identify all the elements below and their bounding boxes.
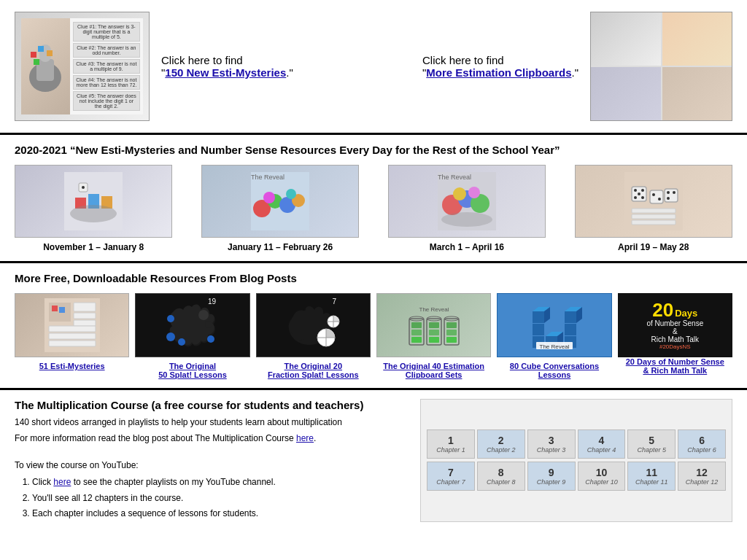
svg-text:The Reveal: The Reveal [419, 306, 449, 313]
clipboard-image [590, 12, 732, 121]
svg-rect-95 [565, 324, 576, 335]
mult-text-block: The Multiplication Course (a free course… [15, 399, 409, 522]
svg-rect-92 [533, 324, 544, 335]
mult-thumb-3: 3 Chapter 3 [527, 429, 576, 459]
svg-point-20 [286, 189, 296, 199]
rich-math-label: Rich Math Talk [651, 335, 699, 343]
twenty-days-number: 20 [652, 300, 673, 319]
resource-link-3[interactable]: The Original 20Fraction Splat! Lessons [268, 362, 359, 379]
svg-rect-86 [446, 322, 457, 328]
svg-point-43 [667, 197, 670, 200]
resource-image-6: 20 Days of Number Sense & Rich Math Talk… [618, 293, 732, 357]
days-label: Days [675, 308, 697, 319]
svg-rect-78 [411, 337, 422, 343]
playlist-item-4: April 19 – May 28 [575, 165, 732, 252]
svg-point-27 [468, 187, 480, 198]
clue-2: Clue #2: The answer is an odd number. [73, 43, 140, 58]
svg-point-38 [652, 193, 655, 196]
mult-image-block: 1 Chapter 1 2 Chapter 2 3 Chapter 3 4 Ch… [420, 399, 732, 522]
svg-rect-53 [49, 333, 96, 339]
svg-point-11 [70, 205, 117, 222]
svg-point-41 [667, 191, 670, 194]
svg-text:7: 7 [333, 298, 337, 306]
svg-rect-46 [632, 220, 676, 225]
playlist-label-2: January 11 – February 26 [228, 242, 333, 252]
mult-thumb-10: 10 Chapter 10 [578, 462, 626, 491]
resource-item-5: The Reveal 80 Cube ConversationsLessons [497, 293, 611, 379]
esti-mystery-image: Clue #1: The answer is 3-digit number th… [15, 12, 150, 121]
svg-rect-3 [31, 52, 36, 58]
playlist-item-2: The Reveal January 11 – February 26 [201, 165, 359, 252]
section-multiplication: The Multiplication Course (a free course… [0, 390, 747, 531]
esti-mysteries-link[interactable]: 150 New Esti-Mysteries [165, 66, 286, 79]
resource-link-1[interactable]: 51 Esti-Mysteries [39, 362, 105, 370]
clue-image-left [21, 18, 70, 114]
mult-thumb-9: 9 Chapter 9 [527, 462, 576, 491]
amp-label: & [673, 327, 678, 335]
playlist-image-2: The Reveal [201, 165, 359, 238]
resource-image-5: The Reveal [497, 293, 611, 357]
svg-point-62 [166, 332, 175, 341]
top-banner: Clue #1: The answer is 3-digit number th… [0, 0, 747, 135]
svg-point-32 [634, 189, 637, 192]
playlist-label-1: November 1 – January 8 [43, 242, 144, 252]
mult-thumb-5: 5 Chapter 5 [627, 429, 676, 459]
mult-thumb-6: 6 Chapter 6 [678, 429, 726, 459]
svg-rect-52 [49, 326, 96, 332]
svg-rect-76 [411, 322, 422, 328]
mult-step-2: You'll see all 12 chapters in the course… [32, 491, 409, 507]
section-resources-heading: More Free, Downloadable Resources From B… [15, 272, 732, 284]
resources-row: 51 Esti-Mysteries 19 [15, 293, 732, 379]
svg-point-33 [641, 189, 644, 192]
svg-rect-44 [632, 209, 676, 213]
playlist-item-1: November 1 – January 8 [15, 165, 172, 252]
svg-rect-91 [533, 311, 544, 323]
right-click-label: Click here to find "More Estimation Clip… [422, 54, 578, 79]
mult-thumb-8: 8 Chapter 8 [477, 462, 525, 491]
svg-point-13 [82, 186, 85, 189]
resource-link-6[interactable]: 20 Days of Number Sense& Rich Math Talk [626, 357, 724, 375]
clipboard-img-1 [591, 12, 661, 66]
resource-link-2[interactable]: The Original50 Splat! Lessons [158, 362, 227, 379]
top-left-text: Click here to find "150 New Esti-Mysteri… [161, 54, 293, 79]
svg-point-26 [453, 187, 466, 201]
mult-step1-link[interactable]: here [53, 477, 71, 487]
top-right-block: Click here to find "More Estimation Clip… [422, 12, 732, 121]
estimation-clipboards-link[interactable]: More Estimation Clipboards [426, 66, 571, 79]
mult-here-link[interactable]: here [296, 433, 314, 443]
playlist-image-1 [15, 165, 172, 238]
svg-rect-5 [47, 50, 53, 56]
svg-rect-45 [632, 214, 676, 219]
mult-thumb-11: 11 Chapter 11 [627, 462, 676, 491]
top-left-block: Clue #1: The answer is 3-digit number th… [15, 12, 293, 121]
svg-text:The Reveal: The Reveal [251, 174, 285, 181]
svg-point-39 [658, 198, 661, 201]
mult-line1: 140 short videos arranged in playlists t… [15, 416, 409, 429]
resource-item-6: 20 Days of Number Sense & Rich Math Talk… [618, 293, 732, 375]
mult-heading: The Multiplication Course (a free course… [15, 399, 409, 411]
section-resources: More Free, Downloadable Resources From B… [0, 263, 747, 390]
clue-text-right: Clue #1: The answer is 3-digit number th… [70, 18, 143, 114]
mult-thumb-4: 4 Chapter 4 [578, 429, 626, 459]
of-label: of Number Sense [646, 319, 703, 327]
playlist-label-4: April 19 – May 28 [618, 242, 689, 252]
svg-rect-83 [429, 337, 439, 343]
playlist-image-3: The Reveal [388, 165, 546, 238]
svg-point-19 [263, 192, 275, 203]
svg-rect-82 [429, 330, 439, 335]
mult-thumb-2: 2 Chapter 2 [477, 429, 525, 459]
svg-rect-50 [74, 313, 96, 319]
hashtag-label: #20DaysNS [659, 343, 691, 350]
resource-link-4[interactable]: The Original 40 EstimationClipboard Sets [383, 362, 484, 379]
mult-thumb-12: 12 Chapter 12 [678, 462, 726, 491]
left-click-text: Click here to find [161, 54, 243, 66]
resource-item-3: 7 The Original 20Fraction Splat! Le [256, 293, 371, 379]
left-suffix: . [286, 66, 289, 79]
resource-link-5[interactable]: 80 Cube ConversationsLessons [510, 362, 599, 379]
mult-thumbnails-bottom: 7 Chapter 7 8 Chapter 8 9 Chapter 9 10 C… [427, 462, 726, 491]
svg-rect-4 [38, 46, 44, 52]
resource-image-3: 7 [256, 293, 371, 357]
svg-point-36 [638, 192, 640, 195]
svg-rect-77 [411, 330, 422, 335]
resource-item-4: The Reveal The Original 40 EstimationCli… [376, 293, 491, 379]
